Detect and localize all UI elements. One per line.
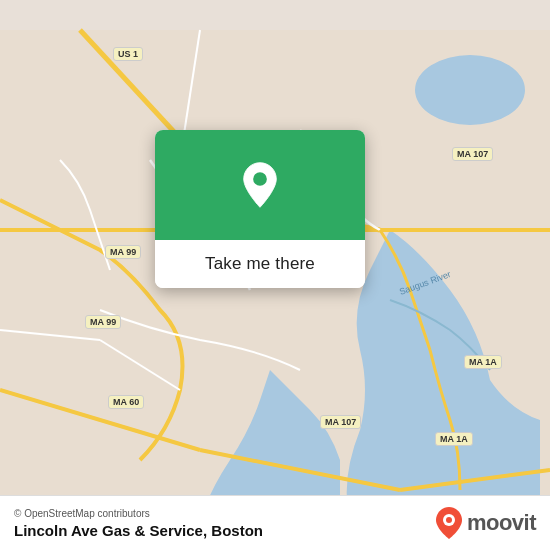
svg-point-1 — [415, 55, 525, 125]
road-badge-ma107b: MA 107 — [320, 415, 361, 429]
road-badge-ma99a: MA 99 — [105, 245, 141, 259]
bottom-bar: © OpenStreetMap contributors Lincoln Ave… — [0, 495, 550, 550]
map-container: US 1 MA 99 MA 99 MA 60 MA 107 MA 107 MA … — [0, 0, 550, 550]
location-pin-icon — [236, 161, 284, 209]
copyright-text: © OpenStreetMap contributors — [14, 508, 263, 519]
road-badge-ma1ab: MA 1A — [435, 432, 473, 446]
road-badge-ma99b: MA 99 — [85, 315, 121, 329]
popup-green-area — [155, 130, 365, 240]
road-badge-ma60: MA 60 — [108, 395, 144, 409]
road-badge-us1: US 1 — [113, 47, 143, 61]
take-me-there-button[interactable]: Take me there — [205, 250, 315, 278]
svg-point-12 — [253, 172, 267, 186]
road-badge-ma107a: MA 107 — [452, 147, 493, 161]
popup-button-area: Take me there — [155, 240, 365, 288]
moovit-text: moovit — [467, 510, 536, 536]
popup-card: Take me there — [155, 130, 365, 288]
moovit-logo: moovit — [435, 506, 536, 540]
svg-point-14 — [446, 517, 452, 523]
bottom-info: © OpenStreetMap contributors Lincoln Ave… — [14, 508, 263, 539]
location-title: Lincoln Ave Gas & Service, Boston — [14, 522, 263, 539]
moovit-pin-icon — [435, 506, 463, 540]
road-badge-ma1aa: MA 1A — [464, 355, 502, 369]
